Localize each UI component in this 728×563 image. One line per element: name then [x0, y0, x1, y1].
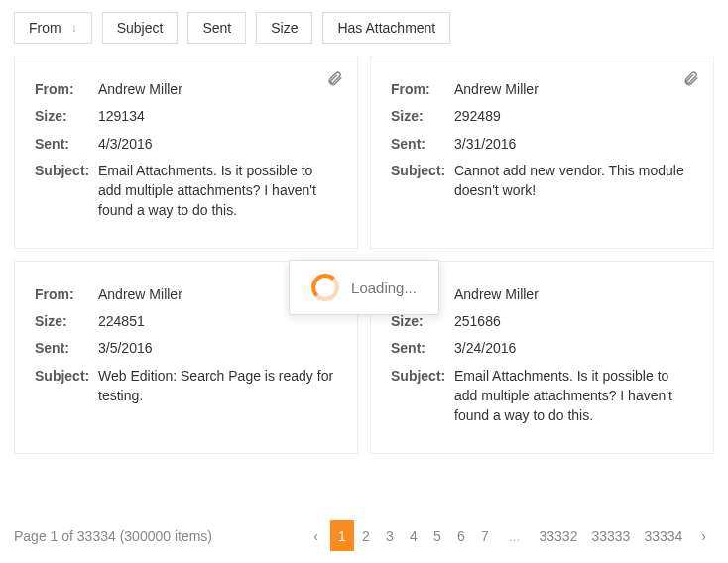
- field-row-from: From:Andrew Miller: [35, 79, 337, 99]
- field-row-from: From:Andrew Miller: [391, 79, 693, 99]
- field-row-subject: Subject:Email Attachments. Is it possibl…: [35, 161, 337, 221]
- field-value-subject: Cannot add new vendor. This module doesn…: [454, 161, 693, 201]
- pager-page[interactable]: 7: [473, 520, 497, 551]
- field-label: Subject:: [391, 161, 446, 201]
- pager-next[interactable]: ›: [693, 528, 714, 544]
- pager-page[interactable]: 33332: [533, 520, 585, 551]
- sort-button-subject[interactable]: Subject: [102, 12, 179, 44]
- field-value-from: Andrew Miller: [98, 79, 182, 99]
- loading-text: Loading...: [351, 280, 417, 296]
- field-label: From:: [35, 284, 90, 304]
- field-row-sent: Sent:3/24/2016: [391, 338, 693, 358]
- pager-page[interactable]: 33334: [637, 520, 689, 551]
- field-row-sent: Sent:4/3/2016: [35, 134, 337, 154]
- field-row-size: Size:292489: [391, 106, 693, 126]
- loading-spinner-icon: [311, 274, 339, 301]
- pager: Page 1 of 33334 (300000 items) ‹ 1234567…: [14, 520, 714, 551]
- sort-button-label: Sent: [202, 20, 231, 36]
- email-card[interactable]: From:Andrew MillerSize:129134Sent:4/3/20…: [14, 56, 358, 249]
- loading-overlay: Loading...: [289, 260, 439, 315]
- pager-ellipsis: ...: [501, 528, 529, 544]
- field-value-size: 224851: [98, 311, 145, 331]
- field-row-sent: Sent:3/5/2016: [35, 338, 337, 358]
- field-row-subject: Subject:Web Edition: Search Page is read…: [35, 366, 337, 406]
- sort-button-label: Size: [271, 20, 298, 36]
- sort-button-label: From: [29, 20, 61, 36]
- sort-button-from[interactable]: From↓: [14, 12, 92, 44]
- field-value-sent: 3/31/2016: [454, 134, 516, 154]
- pager-page[interactable]: 1: [330, 520, 354, 551]
- sort-toolbar: From↓SubjectSentSizeHas Attachment: [14, 12, 714, 44]
- field-value-sent: 4/3/2016: [98, 134, 153, 154]
- field-row-subject: Subject:Cannot add new vendor. This modu…: [391, 161, 693, 201]
- sort-button-has-attachment[interactable]: Has Attachment: [322, 12, 450, 44]
- field-value-subject: Email Attachments. Is it possible to add…: [98, 161, 337, 221]
- field-label: From:: [391, 79, 446, 99]
- pager-prev[interactable]: ‹: [305, 528, 326, 544]
- field-label: Sent:: [35, 134, 90, 154]
- field-label: Subject:: [35, 366, 90, 406]
- field-label: Sent:: [391, 134, 446, 154]
- field-label: Size:: [35, 311, 90, 331]
- field-value-size: 292489: [454, 106, 501, 126]
- field-label: Sent:: [391, 338, 446, 358]
- field-value-sent: 3/5/2016: [98, 338, 153, 358]
- field-label: Size:: [35, 106, 90, 126]
- sort-button-label: Subject: [117, 20, 164, 36]
- attachment-icon: [326, 70, 343, 90]
- sort-button-sent[interactable]: Sent: [187, 12, 246, 44]
- pager-page[interactable]: 6: [449, 520, 473, 551]
- pager-summary: Page 1 of 33334 (300000 items): [14, 528, 212, 544]
- field-label: Subject:: [391, 366, 446, 426]
- field-label: From:: [35, 79, 90, 99]
- field-label: Size:: [391, 106, 446, 126]
- sort-button-size[interactable]: Size: [256, 12, 312, 44]
- card-grid: From:Andrew MillerSize:129134Sent:4/3/20…: [14, 56, 714, 454]
- field-value-size: 129134: [98, 106, 145, 126]
- pager-page[interactable]: 33333: [584, 520, 637, 551]
- field-label: Sent:: [35, 338, 90, 358]
- field-value-size: 251686: [454, 311, 501, 331]
- pager-page[interactable]: 2: [354, 520, 378, 551]
- sort-button-label: Has Attachment: [337, 20, 435, 36]
- email-card[interactable]: From:Andrew MillerSize:292489Sent:3/31/2…: [370, 56, 714, 249]
- attachment-icon: [682, 70, 699, 90]
- field-value-from: Andrew Miller: [98, 284, 182, 304]
- field-value-subject: Email Attachments. Is it possible to add…: [454, 366, 693, 426]
- pager-page[interactable]: 5: [425, 520, 449, 551]
- field-row-subject: Subject:Email Attachments. Is it possibl…: [391, 366, 693, 426]
- field-value-sent: 3/24/2016: [454, 338, 516, 358]
- field-value-from: Andrew Miller: [454, 79, 539, 99]
- field-row-size: Size:129134: [35, 106, 337, 126]
- field-value-from: Andrew Miller: [454, 284, 539, 304]
- field-value-subject: Web Edition: Search Page is ready for te…: [98, 366, 337, 406]
- pager-page[interactable]: 3: [378, 520, 402, 551]
- field-row-sent: Sent:3/31/2016: [391, 134, 693, 154]
- sort-direction-down-icon: ↓: [71, 21, 77, 35]
- pager-page[interactable]: 4: [402, 520, 425, 551]
- app-container: From↓SubjectSentSizeHas Attachment From:…: [0, 0, 728, 563]
- field-label: Subject:: [35, 161, 90, 221]
